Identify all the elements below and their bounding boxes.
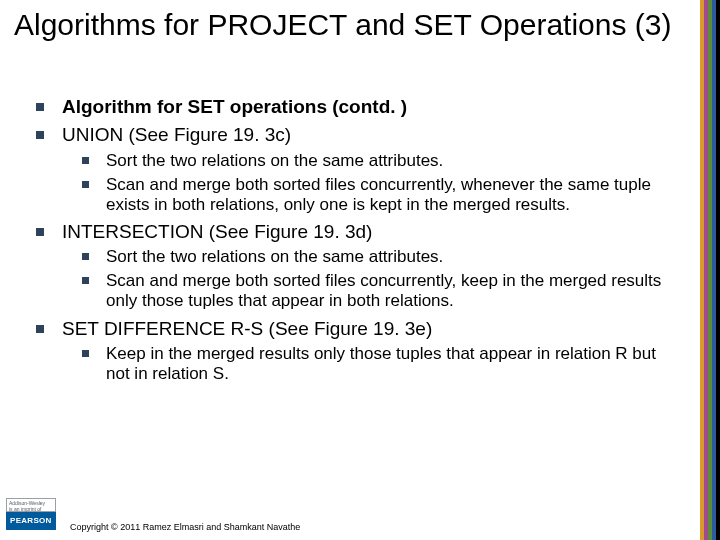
bullet-level1: SET DIFFERENCE R-S (See Figure 19. 3e) — [28, 318, 680, 340]
square-bullet-icon — [82, 253, 89, 260]
bullet-level2: Sort the two relations on the same attri… — [28, 247, 680, 267]
bullet-level1: Algorithm for SET operations (contd. ) — [28, 96, 680, 118]
bullet-text: Scan and merge both sorted files concurr… — [106, 175, 651, 214]
slide-body: Algorithm for SET operations (contd. ) U… — [28, 90, 680, 384]
slide: Algorithms for PROJECT and SET Operation… — [0, 0, 720, 540]
square-bullet-icon — [82, 350, 89, 357]
bullet-level2: Sort the two relations on the same attri… — [28, 151, 680, 171]
bullet-level2: Scan and merge both sorted files concurr… — [28, 271, 680, 311]
slide-title: Algorithms for PROJECT and SET Operation… — [14, 8, 680, 43]
square-bullet-icon — [36, 131, 44, 139]
square-bullet-icon — [36, 325, 44, 333]
bullet-text: Keep in the merged results only those tu… — [106, 344, 656, 383]
logo-bottom-text: PEARSON — [6, 512, 56, 530]
bullet-text: Algorithm for SET operations (contd. ) — [62, 96, 407, 117]
square-bullet-icon — [82, 157, 89, 164]
bullet-level2: Scan and merge both sorted files concurr… — [28, 175, 680, 215]
bullet-level2: Keep in the merged results only those tu… — [28, 344, 680, 384]
stripe-icon — [716, 0, 720, 540]
bullet-level1: INTERSECTION (See Figure 19. 3d) — [28, 221, 680, 243]
square-bullet-icon — [82, 277, 89, 284]
square-bullet-icon — [36, 103, 44, 111]
logo-top-text: Addison-Wesley is an imprint of — [6, 498, 56, 512]
bullet-text: SET DIFFERENCE R-S (See Figure 19. 3e) — [62, 318, 432, 339]
bullet-text: Scan and merge both sorted files concurr… — [106, 271, 661, 310]
right-color-stripes — [700, 0, 720, 540]
copyright-footer: Copyright © 2011 Ramez Elmasri and Shamk… — [70, 522, 300, 532]
bullet-text: UNION (See Figure 19. 3c) — [62, 124, 291, 145]
square-bullet-icon — [36, 228, 44, 236]
bullet-level1: UNION (See Figure 19. 3c) — [28, 124, 680, 146]
square-bullet-icon — [82, 181, 89, 188]
bullet-text: INTERSECTION (See Figure 19. 3d) — [62, 221, 372, 242]
publisher-logo: Addison-Wesley is an imprint of PEARSON — [6, 498, 56, 534]
bullet-text: Sort the two relations on the same attri… — [106, 151, 443, 170]
bullet-text: Sort the two relations on the same attri… — [106, 247, 443, 266]
